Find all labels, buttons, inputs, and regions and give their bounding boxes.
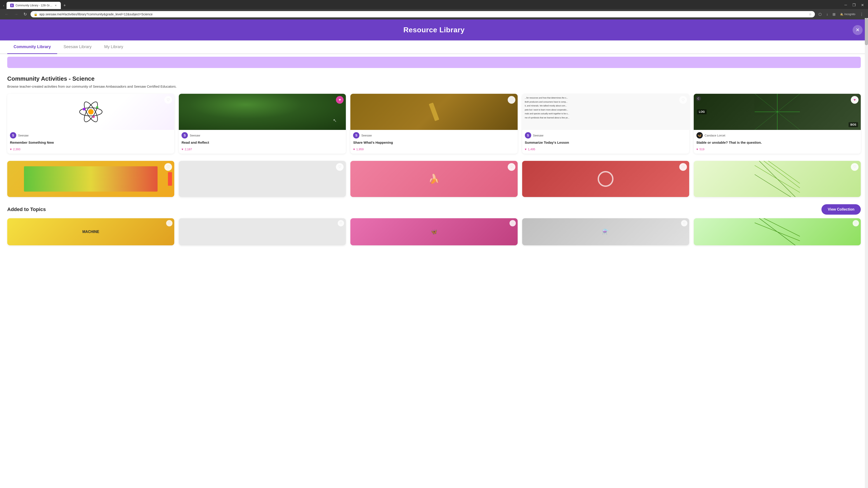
minimize-btn[interactable]: ─ bbox=[842, 2, 849, 8]
card-likes-share: ♥ 1,959 bbox=[350, 147, 518, 154]
second-row-card-4[interactable]: ♡ bbox=[522, 161, 689, 197]
card-title-share: Share What's Happening bbox=[350, 139, 518, 147]
bottom-card-img-4: ⚗️ ♡ bbox=[522, 218, 689, 246]
bottom-card-img-machine: MACHINE ♡ bbox=[7, 218, 174, 246]
card-likes-remember: ♥ 2,393 bbox=[7, 147, 174, 154]
author-name-seesaw3: Seesaw bbox=[361, 134, 372, 137]
author-avatar-seesaw4: S bbox=[525, 132, 531, 138]
close-window-btn[interactable]: ✕ bbox=[859, 2, 866, 8]
creator-badge: C bbox=[696, 96, 701, 101]
filter-banner[interactable] bbox=[7, 57, 861, 68]
added-section: Added to Topics View Collection bbox=[7, 204, 861, 215]
section-description: Browse teacher-created activities from o… bbox=[7, 85, 861, 88]
bottom-card-4[interactable]: ⚗️ ♡ bbox=[522, 218, 689, 246]
downloads-btn[interactable]: ↓ bbox=[825, 11, 830, 17]
like-btn-circuit[interactable]: ♡ bbox=[679, 163, 687, 171]
bottom-card-emoji: 🦋 bbox=[431, 229, 437, 235]
bottom-like-btn-4[interactable]: ♡ bbox=[681, 220, 687, 226]
heart-icon-remember: ♥ bbox=[10, 148, 12, 151]
card-img-circuit: ♡ bbox=[522, 161, 689, 197]
lock-icon: 🔒 bbox=[34, 12, 37, 16]
activity-card-share[interactable]: ♡ S Seesaw Share What's Happening ♥ 1,95… bbox=[350, 94, 518, 154]
like-btn-pink[interactable]: ♡ bbox=[508, 163, 515, 171]
bottom-card-3[interactable]: 🦋 ♡ bbox=[350, 218, 518, 246]
like-btn-stable[interactable]: ♥ bbox=[851, 96, 859, 104]
card-img-yellow: ♡ bbox=[7, 161, 174, 197]
card-likes-read: ♥ 2,187 bbox=[179, 147, 346, 154]
like-btn-yellow[interactable]: ♡ bbox=[164, 163, 172, 171]
browser-chrome: ‹ S Community Library - 12th Grad... × +… bbox=[0, 0, 868, 20]
toolbar-icons: ⬡ ↓ ⊞ 🕵 Incognito ⋮ bbox=[817, 11, 865, 18]
library-tabs: Community Library Seesaw Library My Libr… bbox=[0, 40, 868, 54]
author-avatar-seesaw2: S bbox=[182, 132, 188, 138]
page-content: Resource Library ✕ Community Library See… bbox=[0, 20, 868, 488]
resource-header: Resource Library ✕ bbox=[0, 20, 868, 40]
view-collection-btn[interactable]: View Collection bbox=[822, 204, 861, 215]
page-title: Resource Library bbox=[0, 26, 868, 34]
bar-indicator bbox=[168, 172, 172, 186]
close-library-btn[interactable]: ✕ bbox=[852, 25, 863, 35]
like-btn-share[interactable]: ♡ bbox=[508, 96, 515, 104]
activity-card-remember[interactable]: ♡ S Seesaw Remember Something New ♥ 2,39… bbox=[7, 94, 174, 154]
tab-community-library[interactable]: Community Library bbox=[7, 40, 57, 54]
bottom-card-img-5: ♡ bbox=[694, 218, 861, 246]
like-btn-lines[interactable]: ♡ bbox=[851, 163, 859, 171]
scrollbar-thumb[interactable] bbox=[865, 18, 868, 45]
bottom-card-5[interactable]: ♡ bbox=[694, 218, 861, 246]
second-row-card-2[interactable]: ♡ bbox=[179, 161, 346, 197]
tab-title: Community Library - 12th Grad... bbox=[16, 4, 53, 7]
bottom-like-btn-5[interactable]: ♡ bbox=[852, 220, 859, 226]
author-name-seesaw1: Seesaw bbox=[18, 134, 29, 137]
maximize-btn[interactable]: ❐ bbox=[850, 2, 858, 8]
activity-card-summarize[interactable]: ...for resources and how that determines… bbox=[522, 94, 689, 154]
bookmark-icon[interactable]: ☆ bbox=[809, 12, 812, 16]
tab-seesaw-library[interactable]: Seesaw Library bbox=[57, 40, 98, 54]
bottom-like-btn-2[interactable]: ♡ bbox=[338, 220, 344, 226]
tab-close-btn[interactable]: × bbox=[54, 4, 57, 7]
bottom-card-2[interactable]: ♡ bbox=[179, 218, 346, 246]
incognito-btn[interactable]: 🕵 Incognito bbox=[838, 12, 857, 17]
main-content: Community Activities - Science Browse te… bbox=[0, 68, 868, 253]
activity-card-read[interactable]: ♥ ↖ S Seesaw Read and Reflect ♥ 2,187 bbox=[179, 94, 346, 154]
card-author-share: S Seesaw bbox=[350, 130, 518, 139]
like-btn-remember[interactable]: ♡ bbox=[164, 96, 172, 104]
back-btn[interactable]: ← bbox=[3, 11, 10, 18]
card-author-read: S Seesaw bbox=[179, 130, 346, 139]
activity-grid: ♡ S Seesaw Remember Something New ♥ 2,39… bbox=[7, 94, 861, 154]
bottom-card-1[interactable]: MACHINE ♡ bbox=[7, 218, 174, 246]
menu-btn[interactable]: ⋮ bbox=[858, 11, 865, 18]
svg-point-6 bbox=[92, 116, 95, 118]
tab-my-library[interactable]: My Library bbox=[98, 40, 129, 54]
incognito-icon: 🕵 bbox=[840, 13, 843, 16]
scrollbar-track[interactable] bbox=[865, 18, 868, 488]
address-input-wrap[interactable]: 🔒 ☆ bbox=[31, 11, 815, 18]
refresh-btn[interactable]: ↻ bbox=[22, 11, 29, 18]
bottom-card-img-3: 🦋 ♡ bbox=[350, 218, 518, 246]
forward-btn[interactable]: → bbox=[12, 11, 20, 18]
svg-point-3 bbox=[88, 109, 94, 115]
second-row-card-1[interactable]: ♡ bbox=[7, 161, 174, 197]
like-btn-empty2[interactable]: ♡ bbox=[336, 163, 344, 171]
card-author-summarize: S Seesaw bbox=[522, 130, 689, 139]
bottom-lines-pattern bbox=[694, 218, 861, 246]
bottom-like-btn-1[interactable]: ♡ bbox=[166, 220, 173, 226]
heart-icon-summarize: ♥ bbox=[525, 148, 527, 151]
tab-history-btn[interactable]: ‹ bbox=[2, 3, 6, 8]
card-image-text: ...for resources and how that determines… bbox=[522, 94, 689, 130]
grid-lines bbox=[694, 94, 861, 130]
activity-card-stable[interactable]: LOG BOS ♥ C bbox=[694, 94, 861, 154]
extensions-btn[interactable]: ⬡ bbox=[817, 11, 824, 18]
bottom-like-btn-3[interactable]: ♡ bbox=[509, 220, 516, 226]
author-name-seesaw2: Seesaw bbox=[190, 134, 200, 137]
second-row-card-3[interactable]: 🍌 ♡ bbox=[350, 161, 518, 197]
cursor-indicator: ↖ bbox=[333, 118, 337, 123]
like-btn-summarize[interactable]: ♡ bbox=[679, 96, 687, 104]
svg-line-14 bbox=[754, 174, 791, 197]
new-tab-btn[interactable]: + bbox=[62, 2, 68, 9]
window-controls: ─ ❐ ✕ bbox=[842, 2, 866, 8]
tab-layout-btn[interactable]: ⊞ bbox=[831, 11, 837, 18]
second-row-card-5[interactable]: ♡ bbox=[694, 161, 861, 197]
food-emoji: 🍌 bbox=[428, 173, 440, 184]
browser-tab[interactable]: S Community Library - 12th Grad... × bbox=[6, 2, 61, 9]
address-input[interactable] bbox=[39, 12, 807, 16]
